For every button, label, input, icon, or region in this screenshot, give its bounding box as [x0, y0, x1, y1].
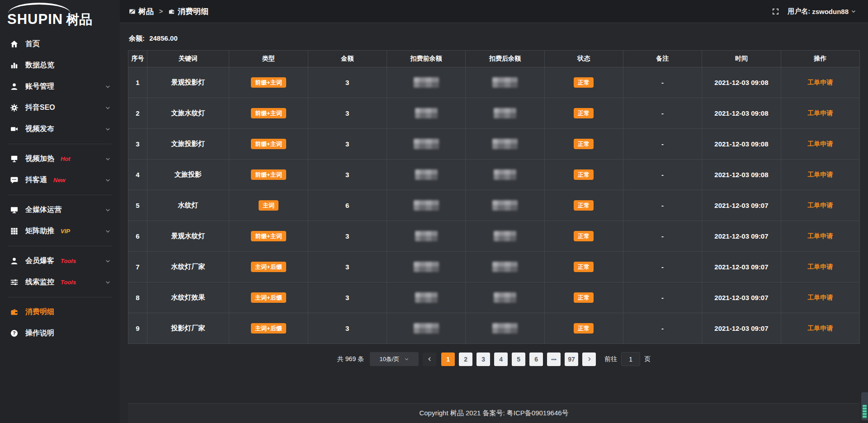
- sidebar-item-tag: Hot: [61, 155, 71, 162]
- status-badge: 正常: [574, 231, 594, 241]
- ticket-request-link[interactable]: 工单申请: [807, 294, 833, 301]
- cell-time: 2021-12-03 09:07: [702, 282, 781, 313]
- ticket-request-link[interactable]: 工单申请: [807, 263, 833, 270]
- prev-page-button[interactable]: [423, 352, 436, 366]
- sidebar-item-clue-monitor[interactable]: 线索监控 Tools: [0, 272, 120, 293]
- cell-index: 6: [128, 221, 147, 252]
- page-button-1[interactable]: 1: [441, 352, 455, 366]
- cell-status: 正常: [544, 129, 623, 160]
- ticket-request-link[interactable]: 工单申请: [807, 202, 833, 209]
- column-header: 关键词: [147, 51, 229, 67]
- footer: Copyright 树品 2021 备案号: 粤ICP备09019646号: [128, 403, 860, 423]
- user-icon: [10, 82, 19, 91]
- chevron-down-icon: [105, 126, 111, 132]
- page-button-3[interactable]: 3: [476, 352, 490, 366]
- type-badge: 主词: [259, 200, 278, 211]
- ticket-request-link[interactable]: 工单申请: [807, 140, 833, 147]
- page-ellipsis[interactable]: •••: [547, 352, 561, 366]
- ticket-request-link[interactable]: 工单申请: [807, 79, 833, 86]
- cell-time: 2021-12-03 09:07: [702, 221, 781, 252]
- breadcrumb-current[interactable]: 消费明细: [168, 6, 208, 17]
- column-header: 扣费后余额: [466, 51, 544, 67]
- logo-brand-cn: 树品: [66, 13, 92, 26]
- wallet-icon: [10, 308, 19, 316]
- topbar: 树品 > 消费明细 用户名: zswodun88: [120, 0, 868, 23]
- sidebar-item-label: 矩阵助推: [25, 226, 54, 236]
- table-row: 3 文旅投影灯 前缀+主词 3 正常 - 2021-12-03 09:08 工单…: [128, 129, 860, 160]
- page-button-6[interactable]: 6: [529, 352, 543, 366]
- sidebar-item-home[interactable]: 首页: [0, 33, 120, 55]
- floating-widget-bars: [863, 405, 867, 418]
- ticket-request-link[interactable]: 工单申请: [807, 324, 833, 332]
- column-header: 操作: [781, 51, 859, 67]
- sidebar-item-matrix-boost[interactable]: 矩阵助推 VIP: [0, 221, 120, 242]
- sidebar-item-label: 抖客通: [25, 175, 47, 185]
- page-button-97[interactable]: 97: [565, 352, 578, 366]
- sidebar-item-label: 账号管理: [25, 82, 54, 91]
- type-badge: 前缀+主词: [251, 108, 286, 118]
- page-button-4[interactable]: 4: [494, 352, 508, 366]
- cell-balance-after: [466, 282, 544, 313]
- sidebar-item-media-operation[interactable]: 全媒体运营: [0, 199, 120, 221]
- page-size-select[interactable]: 10条/页: [370, 352, 419, 366]
- sidebar-item-operation-guide[interactable]: ? 操作说明: [0, 323, 120, 344]
- cell-type: 前缀+主词: [229, 160, 308, 190]
- blurred-balance-before: [414, 262, 439, 272]
- member-icon: [10, 257, 19, 265]
- cell-keyword: 水纹灯厂家: [147, 252, 229, 282]
- column-header: 序号: [128, 51, 147, 67]
- sidebar-item-member-burst[interactable]: 会员爆客 Tools: [0, 250, 120, 272]
- cell-amount: 3: [308, 160, 387, 190]
- goto-page-input[interactable]: [621, 352, 640, 366]
- cell-type: 前缀+主词: [229, 129, 308, 160]
- sidebar-item-consumption-detail[interactable]: 消费明细: [0, 301, 120, 323]
- column-header: 状态: [544, 51, 623, 67]
- monitor-icon: [10, 206, 19, 214]
- next-page-button[interactable]: [582, 352, 596, 366]
- breadcrumb-home[interactable]: 树品: [129, 6, 154, 17]
- ticket-request-link[interactable]: 工单申请: [807, 109, 833, 117]
- chevron-down-icon: [105, 228, 111, 234]
- blurred-balance-after: [492, 139, 518, 149]
- blurred-balance-before: [414, 200, 439, 211]
- cell-note: -: [623, 190, 702, 221]
- ticket-request-link[interactable]: 工单申请: [807, 232, 833, 240]
- floating-widget[interactable]: [861, 392, 868, 420]
- type-badge: 前缀+主词: [251, 139, 286, 149]
- cell-note: -: [623, 252, 702, 282]
- type-badge: 主词+后缀: [251, 262, 286, 272]
- page-button-5[interactable]: 5: [512, 352, 525, 366]
- sidebar-item-video-publish[interactable]: 视频发布: [0, 118, 120, 140]
- sidebar-item-data-overview[interactable]: 数据总览: [0, 55, 120, 76]
- type-badge: 前缀+主词: [251, 231, 286, 241]
- blurred-balance-after: [494, 292, 516, 303]
- logo-arc: [8, 3, 71, 14]
- ticket-request-link[interactable]: 工单申请: [807, 171, 833, 178]
- chart-icon: [10, 61, 19, 70]
- status-badge: 正常: [574, 139, 594, 149]
- balance-value: 24856.00: [149, 34, 178, 42]
- cell-balance-after: [466, 313, 544, 344]
- cell-keyword: 水纹灯: [147, 190, 229, 221]
- sidebar-item-video-heat[interactable]: 视频加热 Hot: [0, 148, 120, 169]
- cell-index: 3: [128, 129, 147, 160]
- cell-keyword: 水纹灯效果: [147, 282, 229, 313]
- sidebar-item-doukotong[interactable]: 抖客通 New: [0, 169, 120, 191]
- cell-status: 正常: [544, 67, 623, 98]
- sidebar-item-label: 抖音SEO: [25, 103, 55, 113]
- fullscreen-icon[interactable]: [772, 8, 779, 15]
- sidebar-item-account-management[interactable]: 账号管理: [0, 76, 120, 97]
- cell-type: 主词+后缀: [229, 313, 308, 344]
- user-menu[interactable]: 用户名: zswodun88: [788, 7, 856, 16]
- sidebar-item-douyin-seo[interactable]: 抖音SEO: [0, 97, 120, 118]
- cell-note: -: [623, 67, 702, 98]
- page-button-2[interactable]: 2: [459, 352, 472, 366]
- cell-action: 工单申请: [781, 160, 859, 190]
- chevron-down-icon: [105, 105, 111, 111]
- pagination: 共 969 条 10条/页 123456•••97 前往 页: [128, 352, 860, 366]
- cell-balance-before: [387, 252, 465, 282]
- sidebar-item-tag: New: [53, 177, 66, 183]
- cell-balance-after: [466, 160, 544, 190]
- cell-amount: 6: [308, 190, 387, 221]
- breadcrumb: 树品 > 消费明细: [129, 6, 208, 17]
